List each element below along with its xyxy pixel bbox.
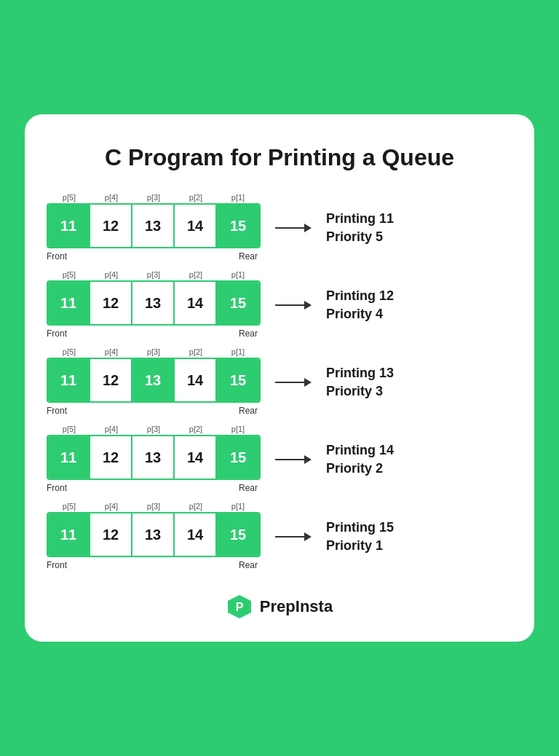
front-label-5: Front	[47, 560, 67, 570]
queue-box-1-3: 14	[175, 205, 217, 247]
arrow-icon-3	[275, 377, 312, 388]
queue-box-4-1: 12	[90, 436, 132, 479]
queue-row-3: p[5]p[4]p[3]p[2]p[1]1112131415FrontRearP…	[47, 347, 512, 417]
priority-label-5-2: p[3]	[132, 502, 175, 511]
print-line1-5: Printing 15	[326, 520, 394, 535]
queue-boxes-2: 1112131415	[47, 280, 261, 326]
queue-boxes-1: 1112131415	[47, 203, 261, 248]
priority-label-4-3: p[2]	[175, 425, 217, 433]
priority-label-5-1: p[4]	[90, 502, 132, 511]
priority-label-1-0: p[5]	[48, 193, 90, 202]
queue-box-1-1: 12	[90, 205, 132, 247]
print-label-3: Printing 13Priority 3	[326, 364, 428, 401]
priority-label-5-0: p[5]	[48, 502, 90, 511]
queue-row-1: p[5]p[4]p[3]p[2]p[1]1112131415FrontRearP…	[47, 193, 512, 263]
arrow-4	[275, 454, 312, 465]
queue-box-3-0: 11	[48, 359, 90, 401]
print-label-2: Printing 12Priority 4	[326, 287, 428, 323]
priority-label-1-4: p[1]	[217, 193, 259, 202]
arrow-2	[275, 299, 312, 311]
queue-row-5: p[5]p[4]p[3]p[2]p[1]1112131415FrontRearP…	[47, 502, 512, 572]
arrow-icon-2	[275, 299, 312, 311]
front-label-4: Front	[47, 483, 67, 493]
priority-label-1-2: p[3]	[132, 193, 175, 202]
front-label-3: Front	[47, 406, 67, 416]
queue-box-2-1: 12	[90, 282, 132, 324]
priority-label-4-0: p[5]	[48, 425, 90, 433]
queue-section-2: p[5]p[4]p[3]p[2]p[1]1112131415FrontRear	[47, 270, 261, 340]
rear-label-2: Rear	[239, 328, 258, 339]
rear-label-5: Rear	[239, 560, 258, 570]
queue-box-5-1: 12	[90, 513, 132, 556]
queue-box-2-0: 11	[48, 282, 90, 324]
queue-box-3-1: 12	[90, 359, 132, 401]
svg-text:P: P	[236, 601, 244, 613]
queue-rows-container: p[5]p[4]p[3]p[2]p[1]1112131415FrontRearP…	[47, 193, 512, 572]
arrow-3	[275, 377, 312, 388]
priority-label-5-4: p[1]	[217, 502, 259, 511]
queue-box-5-4: 15	[217, 513, 259, 556]
queue-box-2-3: 14	[175, 282, 217, 324]
queue-box-2-4: 15	[217, 282, 259, 324]
priority-label-2-4: p[1]	[217, 270, 259, 279]
queue-box-5-3: 14	[175, 513, 217, 556]
front-label-2: Front	[47, 328, 67, 339]
priority-label-2-2: p[3]	[132, 270, 175, 279]
priority-label-3-1: p[4]	[90, 347, 132, 356]
queue-box-1-0: 11	[48, 205, 90, 247]
priority-label-1-3: p[2]	[175, 193, 217, 202]
arrow-icon-5	[275, 531, 312, 543]
print-line2-3: Priority 3	[326, 384, 383, 398]
queue-boxes-5: 1112131415	[47, 512, 261, 557]
priority-label-4-1: p[4]	[90, 425, 132, 433]
queue-section-5: p[5]p[4]p[3]p[2]p[1]1112131415FrontRear	[47, 502, 261, 572]
priority-label-2-0: p[5]	[48, 270, 90, 279]
queue-box-5-2: 13	[132, 513, 175, 556]
priority-label-3-3: p[2]	[175, 347, 217, 356]
page-title: C Program for Printing a Queue	[47, 143, 512, 171]
priority-label-1-1: p[4]	[90, 193, 132, 202]
queue-box-4-4: 15	[217, 436, 259, 479]
queue-boxes-3: 1112131415	[47, 358, 261, 403]
queue-box-5-0: 11	[48, 513, 90, 556]
front-label-1: Front	[47, 251, 67, 261]
print-line2-1: Priority 5	[326, 229, 383, 244]
queue-box-4-0: 11	[48, 436, 90, 479]
queue-section-1: p[5]p[4]p[3]p[2]p[1]1112131415FrontRear	[47, 193, 261, 263]
queue-box-1-4: 15	[217, 205, 259, 247]
prepinsta-logo-icon: P	[226, 594, 253, 620]
queue-box-2-2: 13	[132, 282, 175, 324]
rear-label-4: Rear	[239, 483, 258, 493]
arrow-1	[275, 222, 312, 234]
print-line2-5: Priority 1	[326, 538, 383, 553]
arrow-5	[275, 531, 312, 543]
footer: P PrepInsta	[47, 594, 512, 620]
queue-row-2: p[5]p[4]p[3]p[2]p[1]1112131415FrontRearP…	[47, 270, 512, 340]
queue-section-3: p[5]p[4]p[3]p[2]p[1]1112131415FrontRear	[47, 347, 261, 417]
priority-label-3-4: p[1]	[217, 347, 259, 356]
priority-label-3-0: p[5]	[48, 347, 90, 356]
queue-box-3-4: 15	[217, 359, 259, 401]
queue-row-4: p[5]p[4]p[3]p[2]p[1]1112131415FrontRearP…	[47, 425, 512, 495]
queue-box-3-2: 13	[132, 359, 175, 401]
print-line1-2: Printing 12	[326, 288, 394, 303]
rear-label-1: Rear	[239, 251, 258, 261]
queue-box-3-3: 14	[175, 359, 217, 401]
queue-box-1-2: 13	[132, 205, 175, 247]
print-label-1: Printing 11Priority 5	[326, 210, 428, 246]
priority-label-4-2: p[3]	[132, 425, 175, 433]
brand-name: PrepInsta	[260, 597, 333, 616]
priority-label-3-2: p[3]	[132, 347, 175, 356]
priority-label-2-1: p[4]	[90, 270, 132, 279]
print-label-5: Printing 15Priority 1	[326, 519, 428, 555]
queue-boxes-4: 1112131415	[47, 435, 261, 480]
print-line2-2: Priority 4	[326, 307, 383, 321]
queue-box-4-3: 14	[175, 436, 217, 479]
queue-box-4-2: 13	[132, 436, 175, 479]
priority-label-2-3: p[2]	[175, 270, 217, 279]
print-label-4: Printing 14Priority 2	[326, 441, 428, 478]
print-line1-1: Printing 11	[326, 211, 394, 226]
print-line1-4: Printing 14	[326, 443, 394, 457]
print-line2-4: Priority 2	[326, 461, 383, 476]
priority-label-5-3: p[2]	[175, 502, 217, 511]
